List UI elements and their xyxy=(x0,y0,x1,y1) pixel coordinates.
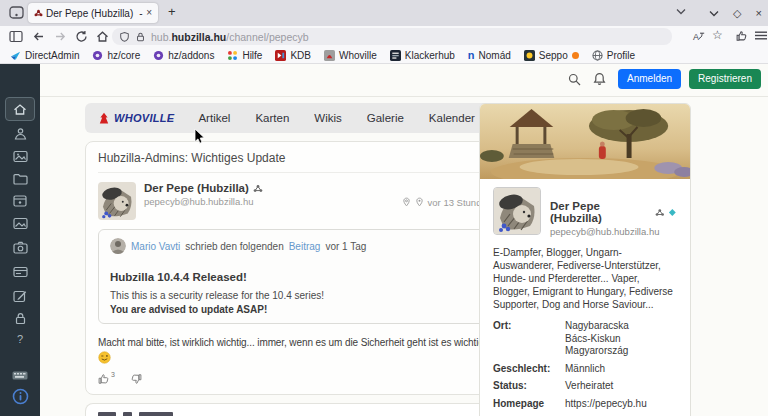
register-button[interactable]: Registrieren xyxy=(689,69,761,89)
keyboard-icon[interactable] xyxy=(0,371,40,380)
nomad-favicon: n xyxy=(468,50,475,61)
verified-diamond-icon xyxy=(668,208,677,217)
bookmark-seppo[interactable]: Seppo xyxy=(524,50,579,61)
post-author-address: pepecyb@hub.hubzilla.hu xyxy=(144,196,402,207)
extension-icon[interactable] xyxy=(736,30,748,42)
edit-app-icon[interactable] xyxy=(0,289,40,303)
new-tab-button[interactable]: + xyxy=(168,4,176,19)
feed-column: WHOVILLE Artikel Karten Wikis Galerie Ka… xyxy=(85,103,505,416)
like-button[interactable]: 3 xyxy=(98,373,115,385)
sidebar-toggle-icon[interactable] xyxy=(9,30,23,43)
reshare-heading: Hubzilla 10.4.4 Released! xyxy=(110,271,480,283)
calendar-app-icon[interactable] xyxy=(0,194,40,207)
browser-tab[interactable]: Der Pepe (Hubzilla) - pe × xyxy=(28,3,158,23)
tab-close-icon[interactable]: × xyxy=(146,8,152,18)
reshare-time: vor 1 Tag xyxy=(325,241,366,252)
reshare-body-line2: You are advised to update ASAP! xyxy=(110,304,480,315)
post-author-name[interactable]: Der Pepe (Hubzilla) xyxy=(144,182,402,194)
hz-core-favicon xyxy=(92,50,103,61)
seppo-favicon xyxy=(524,50,535,61)
klackerhub-favicon xyxy=(390,50,401,61)
bookmark-directadmin[interactable]: DirectAdmin xyxy=(10,50,79,61)
maximize-icon[interactable]: ◇ xyxy=(733,7,741,20)
camera-app-icon[interactable] xyxy=(0,241,40,254)
login-button[interactable]: Anmelden xyxy=(618,69,681,89)
search-icon[interactable] xyxy=(568,73,581,86)
tab-favicon xyxy=(34,9,43,17)
minimize-icon[interactable] xyxy=(709,10,719,17)
profile-about: E-Dampfer, Blogger, Ungarn-Auswanderer, … xyxy=(493,246,677,311)
menu-icon[interactable] xyxy=(755,30,767,41)
reshare-author-link[interactable]: Mario Vavti xyxy=(131,241,180,252)
forward-icon[interactable] xyxy=(54,30,67,43)
mouse-cursor xyxy=(194,128,206,145)
gallery-app-icon[interactable] xyxy=(0,217,40,230)
photos-app-icon[interactable] xyxy=(0,150,40,163)
post-card: Hubzilla-Admins: Wichtiges Update Der Pe… xyxy=(85,141,505,395)
reload-icon[interactable] xyxy=(75,30,88,43)
back-icon[interactable] xyxy=(32,30,45,43)
home-icon[interactable] xyxy=(96,30,109,43)
bookmark-hz-addons[interactable]: hz/addons xyxy=(153,50,214,61)
help-app-icon[interactable]: ? xyxy=(0,333,40,345)
zot-network-icon xyxy=(655,208,665,217)
bookmark-whoville[interactable]: Whoville xyxy=(324,50,377,61)
tab-title: Der Pepe (Hubzilla) - pe xyxy=(46,8,143,19)
notifications-bell-icon[interactable] xyxy=(593,72,606,86)
field-location: Ort: Nagybaracska Bács-Kiskun Magyarorsz… xyxy=(493,320,677,358)
reshare-body-line1: This this is a security release for the … xyxy=(110,290,480,301)
bookmark-nomad[interactable]: n Nomád xyxy=(468,50,511,61)
tab-kalender[interactable]: Kalender xyxy=(429,112,475,124)
globe-icon xyxy=(592,50,603,61)
bookmarks-bar: DirectAdmin hz/core hz/addons Hilfe KDB … xyxy=(0,47,768,64)
lock-app-icon[interactable] xyxy=(0,312,40,325)
lock-icon[interactable] xyxy=(135,31,146,43)
home-app-icon[interactable] xyxy=(5,97,35,121)
field-homepage: Homepage https://pepecyb.hu xyxy=(493,398,677,411)
location-icon xyxy=(402,197,411,207)
whoville-favicon xyxy=(324,50,335,61)
whoville-brand[interactable]: WHOVILLE xyxy=(98,112,174,125)
post-author-avatar[interactable] xyxy=(98,182,136,220)
zot-network-icon xyxy=(253,184,263,193)
directadmin-favicon xyxy=(10,50,21,61)
map-pin-icon xyxy=(415,197,424,207)
bookmark-star-icon[interactable]: ☆ xyxy=(712,28,723,42)
bookmark-profile[interactable]: Profile xyxy=(592,50,635,61)
close-window-icon[interactable]: × xyxy=(756,7,762,19)
files-app-icon[interactable] xyxy=(0,173,40,185)
reshare-author-avatar[interactable] xyxy=(110,238,126,254)
info-icon[interactable] xyxy=(0,388,40,405)
reshare-verb: schrieb den folgenden xyxy=(185,241,283,252)
url-bar[interactable]: hub.hubzilla.hu/channel/pepecyb xyxy=(112,28,672,45)
list-all-tabs-icon[interactable] xyxy=(676,8,686,15)
dislike-button[interactable] xyxy=(130,373,142,385)
tab-karten[interactable]: Karten xyxy=(255,112,289,124)
profile-fields: Ort: Nagybaracska Bács-Kiskun Magyarorsz… xyxy=(493,320,677,410)
app-sidebar: ? xyxy=(0,64,40,416)
channel-app-icon[interactable] xyxy=(0,127,40,141)
url-text: hub.hubzilla.hu/channel/pepecyb xyxy=(151,31,309,43)
profile-avatar[interactable] xyxy=(493,187,541,235)
bookmark-hilfe[interactable]: Hilfe xyxy=(227,50,262,61)
profile-cover-image xyxy=(480,104,690,179)
cards-app-icon[interactable] xyxy=(0,266,40,278)
tab-wikis[interactable]: Wikis xyxy=(314,112,341,124)
titlebar: Der Pepe (Hubzilla) - pe × + ◇ × xyxy=(0,0,768,26)
whoville-logo-icon xyxy=(98,112,110,125)
firefox-view-icon[interactable] xyxy=(9,6,24,19)
bookmark-hz-core[interactable]: hz/core xyxy=(92,50,140,61)
bookmark-klackerhub[interactable]: Klackerhub xyxy=(390,50,455,61)
bookmark-kdb[interactable]: KDB xyxy=(275,50,311,61)
tab-artikel[interactable]: Artikel xyxy=(198,112,230,124)
hilfe-favicon xyxy=(227,50,238,61)
post-title: Hubzilla-Admins: Wichtiges Update xyxy=(98,151,492,173)
translate-icon[interactable]: A xyxy=(692,30,705,43)
reshare-post-link[interactable]: Beitrag xyxy=(289,241,321,252)
browser-window: Der Pepe (Hubzilla) - pe × + ◇ × xyxy=(0,0,768,416)
profile-sidebar-card: Der Pepe (Hubzilla) pepecyb@hub.hubzilla… xyxy=(479,103,691,416)
tab-galerie[interactable]: Galerie xyxy=(367,112,404,124)
homepage-link[interactable]: https://pepecyb.hu xyxy=(565,398,647,411)
site-header: Anmelden Registrieren xyxy=(40,64,768,97)
shield-icon[interactable] xyxy=(119,31,130,43)
